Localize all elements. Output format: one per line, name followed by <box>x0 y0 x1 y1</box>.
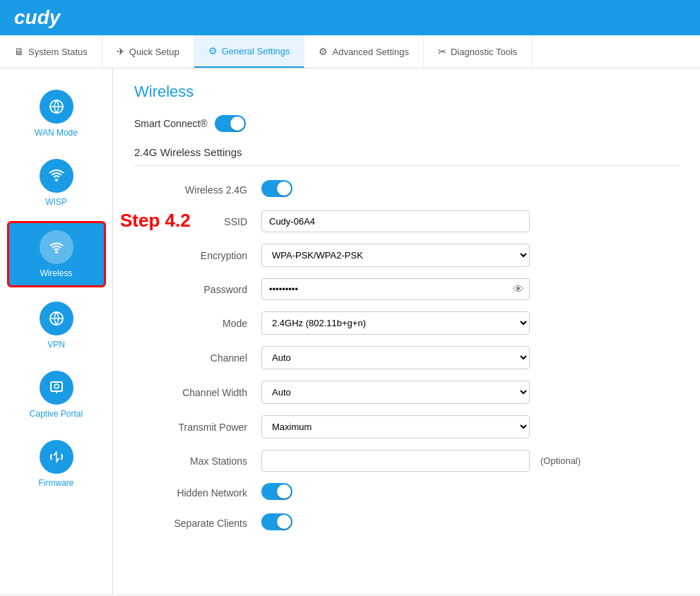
vpn-icon <box>40 302 73 335</box>
nav-quick-setup-label: Quick Setup <box>129 47 179 57</box>
hidden-network-thumb <box>277 484 291 499</box>
sidebar-item-vpn[interactable]: VPN <box>7 294 106 357</box>
separate-clients-track[interactable] <box>261 513 292 530</box>
channel-select[interactable]: Auto 1234 5678 91011 <box>261 346 530 369</box>
nav-general-settings[interactable]: ⚙ General Settings <box>194 35 305 68</box>
sidebar-item-wisp[interactable]: WISP <box>7 152 106 214</box>
nav-diagnostic-tools[interactable]: ✂ Diagnostic Tools <box>424 35 532 68</box>
separate-clients-label: Separate Clients <box>134 518 261 529</box>
sidebar-item-wan-mode[interactable]: WAN Mode <box>7 83 106 145</box>
smart-connect-track[interactable] <box>215 115 246 132</box>
encryption-select[interactable]: WPA-PSK/WPA2-PSK WPA2-PSK WPA3 None <box>261 244 530 267</box>
wireless-24g-control <box>261 180 530 199</box>
password-control: 👁 <box>261 278 530 300</box>
smart-connect-row: Smart Connect® <box>134 115 679 132</box>
wireless-24g-toggle[interactable] <box>261 180 292 197</box>
channel-width-select[interactable]: Auto 20MHz 40MHz <box>261 381 530 404</box>
hidden-network-control <box>261 483 530 502</box>
hidden-network-track[interactable] <box>261 483 292 500</box>
channel-row: Channel Auto 1234 5678 91011 <box>134 346 679 369</box>
smart-connect-label: Smart Connect® <box>134 118 208 129</box>
nav-advanced-settings[interactable]: ⚙ Advanced Settings <box>304 35 423 68</box>
gear-icon: ⚙ <box>208 45 218 56</box>
step-label: Step 4.2 <box>120 210 191 232</box>
hidden-network-toggle[interactable] <box>261 483 292 500</box>
layout: WAN Mode WISP Wireless VPN Captive Porta… <box>0 68 700 594</box>
channel-width-control: Auto 20MHz 40MHz <box>261 381 530 404</box>
transmit-power-label: Transmit Power <box>134 422 261 433</box>
max-stations-optional: (Optional) <box>540 455 581 466</box>
encryption-control: WPA-PSK/WPA2-PSK WPA2-PSK WPA3 None <box>261 244 530 267</box>
channel-width-row: Channel Width Auto 20MHz 40MHz <box>134 381 679 404</box>
hidden-network-row: Hidden Network <box>134 483 679 502</box>
sidebar-captive-portal-label: Captive Portal <box>30 409 83 419</box>
show-password-button[interactable]: 👁 <box>513 283 524 296</box>
nav-quick-setup[interactable]: ✈ Quick Setup <box>102 35 194 68</box>
sidebar-firmware-label: Firmware <box>39 478 74 488</box>
mode-control: 2.4GHz (802.11b+g+n) 2.4GHz (802.11b+g) … <box>261 311 530 335</box>
mode-label: Mode <box>134 318 261 329</box>
wireless-24g-track[interactable] <box>261 180 292 197</box>
separate-clients-toggle[interactable] <box>261 513 292 530</box>
encryption-row: Encryption WPA-PSK/WPA2-PSK WPA2-PSK WPA… <box>134 244 679 267</box>
max-stations-control <box>261 450 530 472</box>
transmit-power-row: Transmit Power Maximum High Medium Low <box>134 415 679 439</box>
password-wrapper: 👁 <box>261 278 530 300</box>
svg-rect-6 <box>51 382 62 391</box>
section-24g-title: 2.4G Wireless Settings <box>134 146 679 166</box>
password-input[interactable] <box>261 278 530 300</box>
wireless-icon <box>40 230 73 264</box>
separate-clients-control <box>261 513 530 532</box>
svg-point-2 <box>55 179 58 181</box>
wireless-24g-thumb <box>277 181 291 196</box>
firmware-icon <box>40 440 73 474</box>
monitor-icon: 🖥 <box>14 46 24 57</box>
ssid-control <box>261 210 530 232</box>
nav-bar: 🖥 System Status ✈ Quick Setup ⚙ General … <box>0 35 700 68</box>
mode-row: Mode 2.4GHz (802.11b+g+n) 2.4GHz (802.11… <box>134 311 679 335</box>
page-title: Wireless <box>134 83 679 101</box>
sidebar-item-captive-portal[interactable]: Captive Portal <box>7 364 106 426</box>
separate-clients-row: Separate Clients <box>134 513 679 532</box>
sidebar-item-firmware[interactable]: Firmware <box>7 433 106 495</box>
separate-clients-thumb <box>277 515 291 529</box>
hidden-network-label: Hidden Network <box>134 487 261 499</box>
nav-system-status[interactable]: 🖥 System Status <box>0 35 102 68</box>
logo: cudy <box>14 6 60 29</box>
header: cudy <box>0 0 700 35</box>
advanced-gear-icon: ⚙ <box>319 46 328 57</box>
sidebar-vpn-label: VPN <box>47 340 65 350</box>
svg-point-3 <box>55 251 58 254</box>
nav-advanced-settings-label: Advanced Settings <box>332 47 408 57</box>
nav-general-settings-label: General Settings <box>222 46 290 56</box>
mode-select[interactable]: 2.4GHz (802.11b+g+n) 2.4GHz (802.11b+g) … <box>261 311 530 335</box>
password-row: Password 👁 <box>134 278 679 300</box>
ssid-input[interactable] <box>261 210 530 232</box>
encryption-label: Encryption <box>134 250 261 261</box>
max-stations-input[interactable] <box>261 450 530 472</box>
wan-mode-icon <box>40 90 73 124</box>
max-stations-label: Max Stations <box>134 455 261 467</box>
channel-width-label: Channel Width <box>134 387 261 398</box>
max-stations-row: Max Stations (Optional) <box>134 450 679 472</box>
channel-label: Channel <box>134 352 261 364</box>
channel-control: Auto 1234 5678 91011 <box>261 346 530 369</box>
transmit-power-select[interactable]: Maximum High Medium Low <box>261 415 530 439</box>
smart-connect-toggle[interactable] <box>215 115 246 132</box>
wireless-24g-label: Wireless 2.4G <box>134 184 261 196</box>
sidebar-item-wireless[interactable]: Wireless <box>7 221 106 287</box>
wisp-icon <box>40 159 73 193</box>
wireless-24g-row: Wireless 2.4G <box>134 180 679 199</box>
nav-diagnostic-tools-label: Diagnostic Tools <box>451 47 517 57</box>
transmit-power-control: Maximum High Medium Low <box>261 415 530 439</box>
smart-connect-thumb <box>230 117 244 131</box>
sidebar-wisp-label: WISP <box>45 197 67 207</box>
tools-icon: ✂ <box>438 46 446 57</box>
nav-system-status-label: System Status <box>28 47 88 57</box>
captive-portal-icon <box>40 371 73 405</box>
plane-icon: ✈ <box>117 46 125 57</box>
section-24g: 2.4G Wireless Settings Wireless 2.4G SSI… <box>134 146 679 532</box>
password-label: Password <box>134 284 261 295</box>
svg-point-7 <box>54 384 59 388</box>
ssid-row: SSID <box>134 210 679 232</box>
